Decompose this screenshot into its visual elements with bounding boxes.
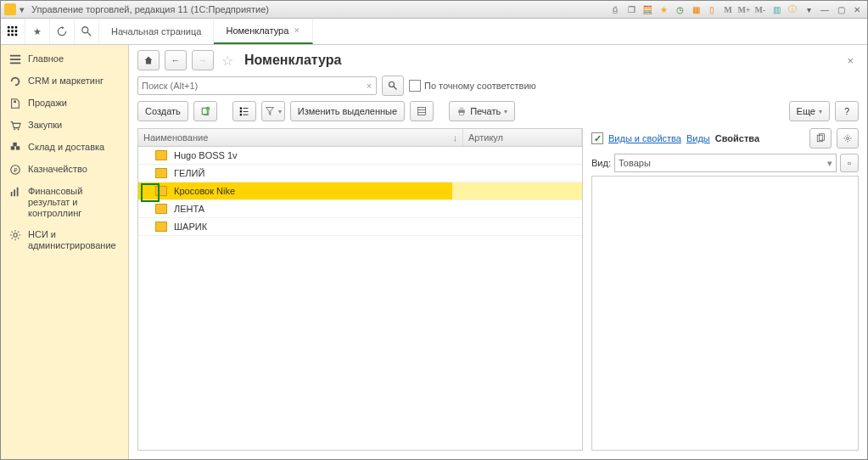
row-label: ЛЕНТА bbox=[174, 204, 204, 214]
sidebar-item-finance[interactable]: Финансовый результат и контроллинг bbox=[1, 181, 128, 224]
svg-line-26 bbox=[394, 87, 397, 90]
svg-rect-6 bbox=[8, 34, 10, 36]
tb-print-icon[interactable]: ⎙ bbox=[608, 3, 622, 16]
home-button[interactable] bbox=[137, 50, 160, 70]
table-row[interactable]: ГЕЛИЙ bbox=[138, 165, 582, 182]
create-copy-button[interactable]: + bbox=[193, 101, 217, 121]
vid-label: Вид: bbox=[591, 158, 611, 168]
vid-select[interactable]: Товары▾ bbox=[614, 154, 837, 172]
tb-m-minus-icon[interactable]: M- bbox=[753, 3, 767, 16]
favorite-star-icon[interactable]: ☆ bbox=[219, 53, 236, 69]
svg-rect-35 bbox=[243, 115, 248, 115]
folder-icon bbox=[155, 168, 167, 178]
tb-bookmark-icon[interactable]: ★ bbox=[657, 3, 670, 16]
table-row[interactable]: ШАРИК bbox=[138, 218, 582, 236]
settings-panel-button[interactable] bbox=[837, 128, 859, 149]
link-types-props[interactable]: Виды и свойства bbox=[608, 133, 681, 143]
sidebar-item-admin[interactable]: НСИ и администрирование bbox=[1, 224, 128, 256]
tab-close-icon[interactable]: ✕ bbox=[294, 26, 300, 35]
sidebar-item-crm[interactable]: CRM и маркетинг bbox=[1, 70, 128, 93]
svg-text:₽: ₽ bbox=[14, 167, 18, 173]
tb-grid-icon[interactable]: ▦ bbox=[689, 3, 703, 16]
tb-copy-icon[interactable]: ❐ bbox=[624, 3, 638, 16]
more-button[interactable]: Еще▾ bbox=[789, 101, 830, 121]
tb-m-plus2-icon[interactable]: M+ bbox=[737, 3, 751, 16]
change-selected-button[interactable]: Изменить выделенные bbox=[290, 101, 405, 121]
svg-point-25 bbox=[389, 82, 395, 87]
tab-start[interactable]: Начальная страница bbox=[99, 19, 214, 44]
svg-rect-30 bbox=[240, 108, 242, 109]
svg-rect-1 bbox=[11, 26, 14, 29]
sidebar-item-treasury[interactable]: ₽Казначейство bbox=[1, 159, 128, 181]
minimize-button[interactable]: — bbox=[818, 3, 832, 16]
sidebar: Главное CRM и маркетинг Продажи Закупки … bbox=[1, 45, 129, 459]
sidebar-label: Склад и доставка bbox=[28, 142, 104, 153]
page-close-button[interactable]: × bbox=[842, 54, 859, 67]
create-button[interactable]: Создать bbox=[137, 101, 188, 121]
filter-button[interactable]: ▾ bbox=[261, 101, 285, 121]
maximize-button[interactable]: ▢ bbox=[834, 3, 848, 16]
link-types[interactable]: Виды bbox=[686, 133, 710, 143]
tb-time-icon[interactable]: ◷ bbox=[673, 3, 686, 16]
svg-rect-33 bbox=[243, 108, 248, 109]
folder-icon bbox=[155, 150, 167, 160]
forward-button[interactable]: → bbox=[192, 50, 214, 70]
tb-info-icon[interactable]: ⓘ bbox=[786, 3, 799, 16]
star-icon[interactable]: ★ bbox=[25, 19, 50, 44]
tb-doc-icon[interactable]: ▯ bbox=[705, 3, 719, 16]
svg-rect-3 bbox=[8, 30, 10, 32]
copy-panel-button[interactable] bbox=[809, 128, 832, 149]
svg-point-15 bbox=[18, 129, 20, 131]
svg-rect-40 bbox=[460, 108, 464, 110]
sidebar-label: Продажи bbox=[28, 98, 67, 109]
sidebar-item-purchase[interactable]: Закупки bbox=[1, 115, 128, 137]
list-body: Hugo BOSS 1vГЕЛИЙКросовок NikeЛЕНТАШАРИК bbox=[138, 147, 582, 236]
app-menu-dropdown[interactable]: ▾ bbox=[18, 5, 26, 14]
sidebar-label: CRM и маркетинг bbox=[28, 76, 104, 87]
table-row[interactable]: Hugo BOSS 1v bbox=[138, 147, 582, 165]
search-button[interactable] bbox=[382, 76, 404, 96]
vid-open-button[interactable]: ▫ bbox=[840, 154, 859, 172]
list-mode-button[interactable] bbox=[410, 101, 434, 121]
svg-point-24 bbox=[14, 233, 17, 237]
folder-icon bbox=[155, 186, 167, 196]
svg-rect-31 bbox=[240, 110, 242, 112]
svg-rect-18 bbox=[13, 143, 16, 146]
tab-nomenclature[interactable]: Номенклатура✕ bbox=[214, 19, 313, 44]
table-row[interactable]: Кросовок Nike bbox=[138, 182, 582, 200]
tb-calc-icon[interactable]: 🧮 bbox=[641, 3, 654, 16]
tb-panel-icon[interactable]: ▥ bbox=[770, 3, 783, 16]
print-button[interactable]: Печать▾ bbox=[449, 101, 515, 121]
svg-rect-4 bbox=[11, 30, 14, 32]
help-button[interactable]: ? bbox=[835, 101, 859, 121]
sidebar-item-warehouse[interactable]: Склад и доставка bbox=[1, 137, 128, 159]
history-icon[interactable] bbox=[50, 19, 75, 44]
table-row[interactable]: ЛЕНТА bbox=[138, 200, 582, 218]
svg-rect-0 bbox=[8, 26, 10, 29]
exact-match-label: По точному соответствию bbox=[424, 81, 536, 91]
sidebar-item-main[interactable]: Главное bbox=[1, 48, 128, 70]
list-header: Наименование↓ Артикул bbox=[138, 129, 582, 147]
search-clear-icon[interactable]: × bbox=[362, 81, 376, 91]
sidebar-item-sales[interactable]: Продажи bbox=[1, 93, 128, 115]
back-button[interactable]: ← bbox=[165, 50, 187, 70]
close-button[interactable]: ✕ bbox=[850, 3, 864, 16]
svg-rect-21 bbox=[11, 192, 13, 196]
window-title: Управление торговлей, редакция 11 (1С:Пр… bbox=[31, 4, 269, 14]
sidebar-label: Главное bbox=[28, 53, 64, 65]
search-icon[interactable] bbox=[75, 19, 99, 44]
folder-icon bbox=[155, 222, 167, 232]
types-props-checkbox[interactable]: ✓ bbox=[591, 132, 603, 144]
exact-match-checkbox[interactable]: По точному соответствию bbox=[409, 80, 536, 92]
tb-m-plus-icon[interactable]: M bbox=[721, 3, 735, 16]
search-box[interactable]: × bbox=[137, 76, 377, 95]
apps-icon[interactable] bbox=[1, 19, 25, 44]
search-input[interactable] bbox=[138, 81, 362, 91]
tb-dropdown-icon[interactable]: ▾ bbox=[802, 3, 815, 16]
group-button[interactable] bbox=[232, 101, 256, 121]
col-article[interactable]: Артикул bbox=[463, 129, 582, 146]
col-name[interactable]: Наименование↓ bbox=[138, 129, 463, 146]
sidebar-label: Закупки bbox=[28, 120, 62, 131]
row-label: Hugo BOSS 1v bbox=[174, 150, 238, 160]
svg-line-10 bbox=[87, 32, 91, 36]
